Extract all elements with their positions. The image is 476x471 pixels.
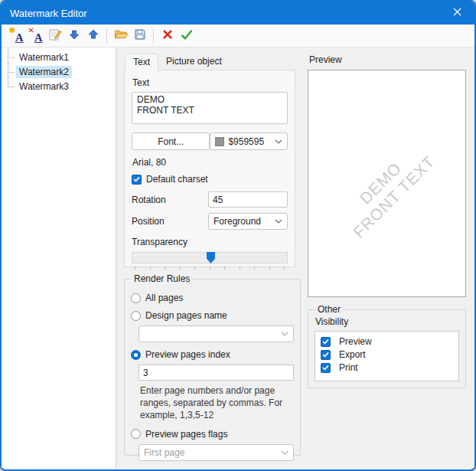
other-group: Other Visibility Preview Export [308,304,466,388]
move-up-icon [87,28,99,43]
title-bar: Watermark Editor [2,2,474,25]
save-button[interactable] [130,27,149,45]
save-icon [134,28,146,43]
tab-picture-object[interactable]: Picture object [158,54,230,70]
design-pages-label: Design pages name [145,310,227,321]
print-checkbox[interactable] [321,363,331,373]
move-down-button[interactable] [64,27,83,45]
preview-pages-index-label: Preview pages index [145,349,230,360]
preview-column: Preview DEMO FRONT TEXT Other Visibility… [302,47,474,468]
position-value: Foreground [214,216,261,227]
chevron-down-icon [281,450,289,455]
position-combobox[interactable]: Foreground [208,213,288,230]
preview-pages-flags-label: Preview pages flags [145,429,227,440]
edit-watermark-button[interactable] [45,27,64,45]
rotation-label: Rotation [132,195,208,205]
visibility-item-label: Preview [339,336,372,347]
preview-checkbox[interactable] [321,337,331,347]
all-pages-radio[interactable] [131,293,141,303]
preview-pages-index-radio[interactable] [131,350,141,360]
color-swatch [215,137,224,146]
content-area: Watermark1 Watermark2 Watermark3 Text Pi… [2,47,474,468]
slider-ticks [132,267,288,270]
add-text-watermark-icon: ✱A [9,28,24,43]
open-button[interactable] [111,27,130,45]
cancel-icon [161,28,174,43]
transparency-slider[interactable] [132,252,288,263]
text-tab-page: Text DEMO FRONT TEXT Font... $959595 Ari… [124,70,295,267]
design-pages-combobox[interactable] [139,325,294,342]
all-pages-label: All pages [145,293,183,303]
pages-flags-combobox[interactable]: First page [139,444,294,461]
visibility-item-print[interactable]: Print [321,361,453,374]
text-field-label: Text [132,77,288,88]
watermark-list: Watermark1 Watermark2 Watermark3 [2,47,116,468]
tree-item-label: Watermark1 [16,51,72,64]
position-label: Position [132,216,208,227]
add-text-watermark-button[interactable]: ✱A [7,27,26,45]
color-combobox[interactable]: $959595 [210,132,288,150]
rotation-input[interactable] [208,191,288,208]
cancel-button[interactable] [158,27,177,45]
visibility-label: Visibility [315,316,459,327]
toolbar-separator [106,29,107,43]
visibility-item-export[interactable]: Export [321,348,453,361]
toolbar-separator [153,29,154,43]
tree-item-watermark1[interactable]: Watermark1 [6,50,116,64]
tree-item-watermark3[interactable]: Watermark3 [6,79,116,93]
tab-text[interactable]: Text [125,54,158,70]
settings-column: Text Picture object Text DEMO FRONT TEXT… [116,47,302,468]
toolbar: ✱A ✕A [2,25,474,47]
pages-index-input[interactable] [139,365,294,381]
transparency-label: Transparency [132,237,288,247]
edit-watermark-icon [48,28,62,44]
render-rules-title: Render Rules [132,273,192,284]
move-up-button[interactable] [83,27,103,45]
chevron-down-icon [281,332,289,336]
apply-icon [180,28,194,43]
tree-item-watermark2[interactable]: Watermark2 [6,64,116,79]
visibility-item-preview[interactable]: Preview [321,335,453,348]
design-pages-radio[interactable] [131,311,141,321]
chevron-down-icon [275,219,282,224]
watermark-text-input[interactable]: DEMO FRONT TEXT [132,92,288,124]
default-charset-label: Default charset [146,174,208,185]
tab-strip: Text Picture object [125,54,295,70]
watermark-editor-window: Watermark Editor ✱A ✕A [0,0,476,471]
other-title: Other [315,304,343,315]
window-title: Watermark Editor [2,8,87,19]
render-rules-group: Render Rules All pages Design pages name [124,273,301,456]
close-button[interactable] [439,2,474,25]
color-value: $959595 [228,136,264,147]
tree-item-label: Watermark3 [16,80,72,93]
watermark-preview-text: DEMO FRONT TEXT [335,139,439,242]
font-button[interactable]: Font... [132,132,210,150]
slider-thumb[interactable] [207,252,215,263]
delete-watermark-icon: ✕A [28,28,44,43]
delete-watermark-button[interactable]: ✕A [26,27,45,45]
preview-title: Preview [309,54,466,65]
visibility-item-label: Print [339,362,358,373]
visibility-item-label: Export [339,349,366,360]
chevron-down-icon [275,139,282,144]
preview-panel: DEMO FRONT TEXT [308,70,466,297]
move-down-icon [68,28,80,43]
apply-button[interactable] [177,27,196,45]
close-icon [453,8,461,18]
preview-pages-flags-radio[interactable] [131,429,141,439]
export-checkbox[interactable] [321,350,331,360]
visibility-list: Preview Export Print [315,331,459,381]
pages-index-hint: Enter page numbers and/or page ranges, s… [140,384,292,422]
tree-item-label: Watermark2 [16,66,72,78]
pages-flags-value: First page [144,447,184,458]
default-charset-checkbox[interactable] [132,175,142,185]
font-summary-label: Arial, 80 [132,157,288,168]
open-icon [114,28,128,43]
